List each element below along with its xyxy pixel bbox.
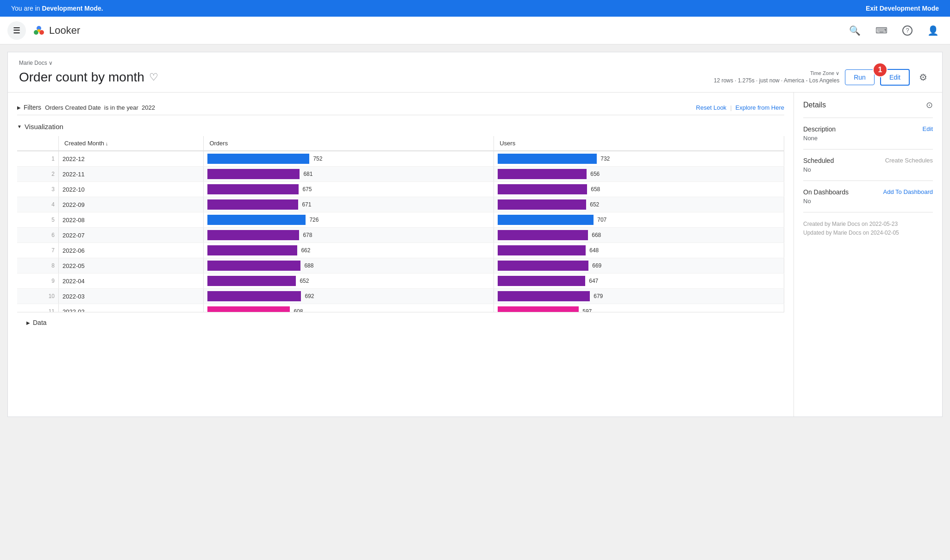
dev-mode-text: You are in Development Mode. (11, 5, 103, 12)
orders-bar (207, 245, 297, 255)
filter-op: is in the year (104, 104, 138, 111)
date-cell: 2022-07 (59, 228, 204, 243)
row-number: 4 (17, 197, 59, 212)
users-bar-cell: 679 (494, 289, 784, 304)
data-section-label: Data (33, 319, 47, 326)
table-row: 5 2022-08 726 707 (17, 212, 784, 228)
filter-value: 2022 (142, 104, 155, 111)
explore-from-here-button[interactable]: Explore from Here (736, 104, 784, 111)
users-value: 707 (597, 217, 606, 223)
add-to-dashboard-button[interactable]: Add To Dashboard (883, 188, 933, 195)
table-row: 11 2022-02 608 597 (17, 304, 784, 312)
row-number: 2 (17, 167, 59, 182)
page-header: Marie Docs ∨ Order count by month ♡ Time… (8, 52, 942, 93)
row-number: 5 (17, 212, 59, 228)
page-title: Order count by month ♡ (19, 70, 158, 85)
users-value: 597 (582, 308, 592, 312)
meta-details: 12 rows · 1.275s · just now · America - … (714, 76, 839, 85)
table-row: 8 2022-05 688 669 (17, 258, 784, 274)
description-edit-button[interactable]: Edit (923, 125, 933, 132)
orders-value: 662 (301, 247, 310, 254)
row-number: 1 (17, 151, 59, 167)
col-users[interactable]: Users (494, 136, 784, 151)
table-row: 6 2022-07 678 668 (17, 228, 784, 243)
description-row: Description Edit (803, 125, 933, 133)
hamburger-icon: ☰ (13, 25, 20, 36)
main-content: Marie Docs ∨ Order count by month ♡ Time… (7, 52, 943, 417)
on-dashboards-label: On Dashboards (803, 188, 849, 196)
search-button[interactable]: 🔍 (845, 21, 864, 40)
data-table-scroll[interactable]: Created Month Orders Users 1 2022-12 752 (17, 136, 784, 312)
date-cell: 2022-02 (59, 304, 204, 312)
details-header: Details ⊙ (803, 100, 933, 118)
filters-toggle[interactable]: ▶ Filters (17, 104, 41, 111)
hamburger-button[interactable]: ☰ (7, 21, 26, 40)
looker-logo-icon (31, 23, 46, 38)
orders-value: 726 (309, 217, 319, 223)
row-number: 7 (17, 243, 59, 258)
users-bar-cell: 658 (494, 182, 784, 197)
run-button[interactable]: Run (845, 69, 875, 85)
col-created-month[interactable]: Created Month (59, 136, 204, 151)
date-cell: 2022-09 (59, 197, 204, 212)
timezone-label: Time Zone ∨ (714, 70, 839, 76)
orders-bar-cell: 662 (204, 243, 494, 258)
users-bar-cell: 647 (494, 274, 784, 289)
create-schedules-button[interactable]: Create Schedules (885, 157, 933, 164)
viz-toggle[interactable]: ▼ Visualization (17, 123, 784, 131)
orders-bar (207, 184, 299, 194)
filters-right: Reset Look | Explore from Here (696, 104, 784, 111)
date-cell: 2022-05 (59, 258, 204, 274)
users-value: 652 (590, 201, 599, 208)
users-bar (498, 291, 590, 301)
meta-footer: Created by Marie Docs on 2022-05-23 Upda… (803, 212, 933, 237)
svg-point-3 (38, 29, 40, 32)
favorite-icon[interactable]: ♡ (149, 71, 158, 83)
profile-button[interactable]: 👤 (924, 21, 943, 40)
col-orders[interactable]: Orders (204, 136, 494, 151)
keyboard-icon: ⌨ (875, 25, 888, 36)
data-section-toggle[interactable]: ▶ Data (17, 312, 784, 333)
orders-bar-cell: 726 (204, 212, 494, 228)
orders-value: 608 (294, 308, 303, 312)
reset-look-button[interactable]: Reset Look (696, 104, 726, 111)
table-row: 2 2022-11 681 656 (17, 167, 784, 182)
users-value: 647 (589, 278, 598, 284)
details-title: Details (803, 101, 826, 109)
orders-bar (207, 276, 296, 286)
looker-logo: Looker (31, 23, 80, 38)
filters-left: ▶ Filters Orders Created Date is in the … (17, 104, 155, 111)
help-button[interactable]: ? (899, 22, 916, 39)
exit-dev-mode-button[interactable]: Exit Development Mode (866, 5, 939, 12)
col-rownum (17, 136, 59, 151)
orders-bar (207, 306, 290, 312)
table-row: 3 2022-10 675 658 (17, 182, 784, 197)
scheduled-label: Scheduled (803, 157, 834, 164)
table-row: 1 2022-12 752 732 (17, 151, 784, 167)
table-row: 9 2022-04 652 647 (17, 274, 784, 289)
users-bar-cell: 648 (494, 243, 784, 258)
viz-triangle-icon: ▼ (17, 124, 22, 129)
users-bar-cell: 668 (494, 228, 784, 243)
breadcrumb[interactable]: Marie Docs ∨ (19, 60, 931, 66)
keyboard-shortcut-button[interactable]: ⌨ (872, 22, 891, 39)
filters-triangle-icon: ▶ (17, 105, 21, 110)
filter-divider: | (730, 104, 731, 111)
users-value: 679 (594, 293, 603, 299)
profile-icon: 👤 (927, 25, 939, 36)
date-cell: 2022-08 (59, 212, 204, 228)
settings-button[interactable]: ⚙ (915, 68, 931, 87)
orders-value: 692 (305, 293, 314, 299)
nav-left: ☰ Looker (7, 21, 80, 40)
looker-logo-text: Looker (49, 25, 80, 37)
description-label: Description (803, 125, 836, 133)
orders-bar (207, 169, 300, 179)
orders-bar (207, 291, 301, 301)
row-number: 3 (17, 182, 59, 197)
orders-bar (207, 199, 298, 210)
users-bar (498, 184, 587, 194)
details-arrow-icon[interactable]: ⊙ (926, 100, 933, 110)
page-wrapper: Marie Docs ∨ Order count by month ♡ Time… (0, 44, 950, 555)
users-bar (498, 261, 588, 271)
meta-info: Time Zone ∨ 12 rows · 1.275s · just now … (714, 70, 839, 85)
